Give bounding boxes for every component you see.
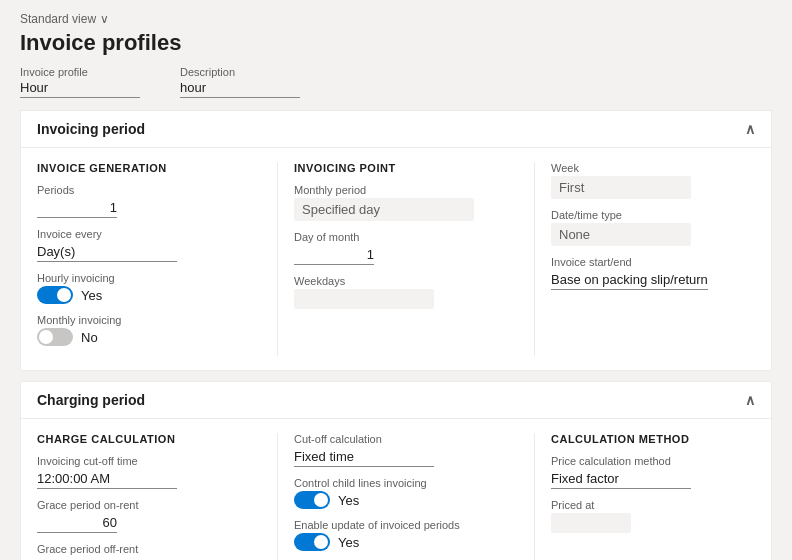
control-child-toggle-label: Yes (338, 493, 359, 508)
cutoff-calc-label: Cut-off calculation (294, 433, 498, 445)
invoice-start-end-field: Invoice start/end Base on packing slip/r… (551, 256, 755, 290)
hourly-invoicing-toggle-row: Yes (37, 286, 241, 304)
monthly-invoicing-field: Monthly invoicing No (37, 314, 241, 346)
datetime-type-label: Date/time type (551, 209, 755, 221)
enable-update-label: Enable update of invoiced periods (294, 519, 498, 531)
monthly-invoicing-toggle-label: No (81, 330, 98, 345)
weekdays-label: Weekdays (294, 275, 498, 287)
invoicing-period-section: Invoicing period ∧ INVOICE GENERATION Pe… (20, 110, 772, 371)
cutoff-time-label: Invoicing cut-off time (37, 455, 241, 467)
hourly-invoicing-toggle[interactable] (37, 286, 73, 304)
enable-update-toggle-row: Yes (294, 533, 498, 551)
grace-off-label: Grace period off-rent (37, 543, 241, 555)
chevron-down-icon: ∨ (100, 12, 109, 26)
monthly-period-field: Monthly period (294, 184, 498, 221)
invoice-start-end-label: Invoice start/end (551, 256, 755, 268)
standard-view-label: Standard view (20, 12, 96, 26)
control-child-field: Control child lines invoicing Yes (294, 477, 498, 509)
description-value[interactable]: hour (180, 80, 300, 98)
charging-col-divider-1 (277, 433, 278, 560)
charging-period-collapse-button[interactable]: ∧ (745, 392, 755, 408)
charging-col-divider-2 (534, 433, 535, 560)
priced-at-label: Priced at (551, 499, 755, 511)
week-input[interactable] (551, 176, 691, 199)
cutoff-calculation-col: Cut-off calculation Fixed time Control c… (294, 433, 518, 560)
price-calc-value: Fixed factor (551, 469, 691, 489)
grace-on-field: Grace period on-rent (37, 499, 241, 533)
page-title: Invoice profiles (20, 30, 772, 56)
enable-update-toggle-label: Yes (338, 535, 359, 550)
invoicing-right-col: Week Date/time type Invoice start/end Ba… (551, 162, 755, 356)
invoicing-point-col-title: INVOICING POINT (294, 162, 498, 174)
day-of-month-input[interactable] (294, 245, 374, 265)
cutoff-time-field: Invoicing cut-off time (37, 455, 241, 489)
invoice-profile-value[interactable]: Hour (20, 80, 140, 98)
periods-field: Periods (37, 184, 241, 218)
monthly-invoicing-label: Monthly invoicing (37, 314, 241, 326)
invoice-profile-label: Invoice profile (20, 66, 140, 78)
calculation-method-col-title: CALCULATION METHOD (551, 433, 755, 445)
charging-period-header: Charging period ∧ (21, 382, 771, 419)
charging-period-section: Charging period ∧ CHARGE CALCULATION Inv… (20, 381, 772, 560)
invoice-every-input[interactable] (37, 242, 177, 262)
price-calc-label: Price calculation method (551, 455, 755, 467)
cutoff-calc-value: Fixed time (294, 447, 434, 467)
monthly-invoicing-toggle[interactable] (37, 328, 73, 346)
control-child-toggle-row: Yes (294, 491, 498, 509)
hourly-invoicing-toggle-label: Yes (81, 288, 102, 303)
weekdays-input[interactable] (294, 289, 434, 309)
invoicing-period-content: INVOICE GENERATION Periods Invoice every… (21, 148, 771, 370)
invoicing-period-collapse-button[interactable]: ∧ (745, 121, 755, 137)
invoice-profile-field: Invoice profile Hour (20, 66, 140, 98)
monthly-invoicing-toggle-row: No (37, 328, 241, 346)
grace-on-input[interactable] (37, 513, 117, 533)
invoice-generation-col: INVOICE GENERATION Periods Invoice every… (37, 162, 261, 356)
datetime-type-field: Date/time type (551, 209, 755, 246)
week-label: Week (551, 162, 755, 174)
priced-at-field: Priced at (551, 499, 755, 533)
invoice-every-label: Invoice every (37, 228, 241, 240)
day-of-month-field: Day of month (294, 231, 498, 265)
charge-calculation-col: CHARGE CALCULATION Invoicing cut-off tim… (37, 433, 261, 560)
price-calc-field: Price calculation method Fixed factor (551, 455, 755, 489)
charging-period-title: Charging period (37, 392, 145, 408)
periods-input[interactable] (37, 198, 117, 218)
control-child-label: Control child lines invoicing (294, 477, 498, 489)
calculation-method-col: CALCULATION METHOD Price calculation met… (551, 433, 755, 560)
invoicing-period-title: Invoicing period (37, 121, 145, 137)
hourly-invoicing-label: Hourly invoicing (37, 272, 241, 284)
periods-label: Periods (37, 184, 241, 196)
grace-on-label: Grace period on-rent (37, 499, 241, 511)
monthly-period-input[interactable] (294, 198, 474, 221)
cutoff-time-input[interactable] (37, 469, 177, 489)
invoicing-point-col: INVOICING POINT Monthly period Day of mo… (294, 162, 518, 356)
priced-at-input[interactable] (551, 513, 631, 533)
hourly-invoicing-field: Hourly invoicing Yes (37, 272, 241, 304)
record-header: Invoice profile Hour Description hour (20, 66, 772, 98)
invoice-generation-col-title: INVOICE GENERATION (37, 162, 241, 174)
invoice-start-end-value: Base on packing slip/return (551, 270, 708, 290)
week-field: Week (551, 162, 755, 199)
enable-update-field: Enable update of invoiced periods Yes (294, 519, 498, 551)
standard-view-button[interactable]: Standard view ∨ (20, 12, 772, 26)
control-child-toggle[interactable] (294, 491, 330, 509)
datetime-type-input[interactable] (551, 223, 691, 246)
charging-period-content: CHARGE CALCULATION Invoicing cut-off tim… (21, 419, 771, 560)
enable-update-toggle[interactable] (294, 533, 330, 551)
invoice-every-field: Invoice every (37, 228, 241, 262)
description-label: Description (180, 66, 300, 78)
description-field: Description hour (180, 66, 300, 98)
cutoff-calc-field: Cut-off calculation Fixed time (294, 433, 498, 467)
grace-off-field: Grace period off-rent (37, 543, 241, 560)
col-divider-1 (277, 162, 278, 356)
day-of-month-label: Day of month (294, 231, 498, 243)
monthly-period-label: Monthly period (294, 184, 498, 196)
col-divider-2 (534, 162, 535, 356)
weekdays-field: Weekdays (294, 275, 498, 309)
charge-calculation-col-title: CHARGE CALCULATION (37, 433, 241, 445)
invoicing-period-header: Invoicing period ∧ (21, 111, 771, 148)
